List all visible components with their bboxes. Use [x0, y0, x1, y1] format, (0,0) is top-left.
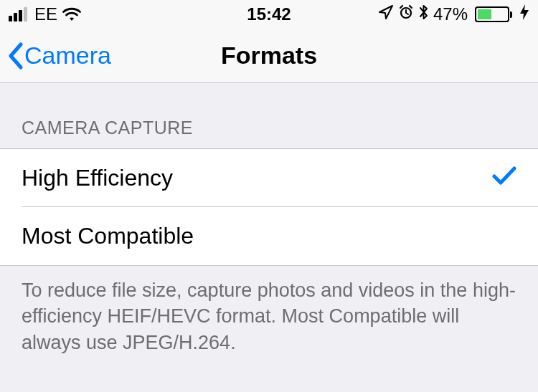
options-list: High Efficiency Most Compatible: [0, 148, 538, 266]
status-time: 15:42: [247, 4, 291, 24]
navigation-bar: Camera Formats: [0, 29, 538, 83]
checkmark-icon: [492, 165, 516, 191]
battery-percent: 47%: [433, 4, 468, 24]
cellular-signal-icon: [9, 7, 27, 21]
carrier-label: EE: [34, 4, 57, 24]
content-area: CAMERA CAPTURE High Efficiency Most Comp…: [0, 83, 538, 367]
location-icon: [378, 4, 394, 24]
status-bar: EE 15:42 47%: [0, 0, 538, 29]
wifi-icon: [62, 7, 82, 21]
section-header: CAMERA CAPTURE: [0, 83, 538, 148]
option-label: Most Compatible: [22, 223, 194, 249]
page-title: Formats: [221, 42, 317, 70]
back-label: Camera: [24, 42, 111, 70]
status-left-group: EE: [9, 4, 82, 24]
back-button[interactable]: Camera: [0, 42, 111, 70]
charging-icon: [519, 4, 529, 25]
chevron-left-icon: [7, 42, 24, 70]
status-right-group: 47%: [378, 4, 529, 25]
option-high-efficiency[interactable]: High Efficiency: [0, 149, 538, 207]
option-label: High Efficiency: [22, 165, 173, 191]
alarm-icon: [398, 4, 414, 24]
bluetooth-icon: [418, 4, 429, 25]
option-most-compatible[interactable]: Most Compatible: [0, 207, 538, 265]
section-footer: To reduce file size, capture photos and …: [0, 266, 538, 367]
battery-icon: [475, 6, 512, 22]
